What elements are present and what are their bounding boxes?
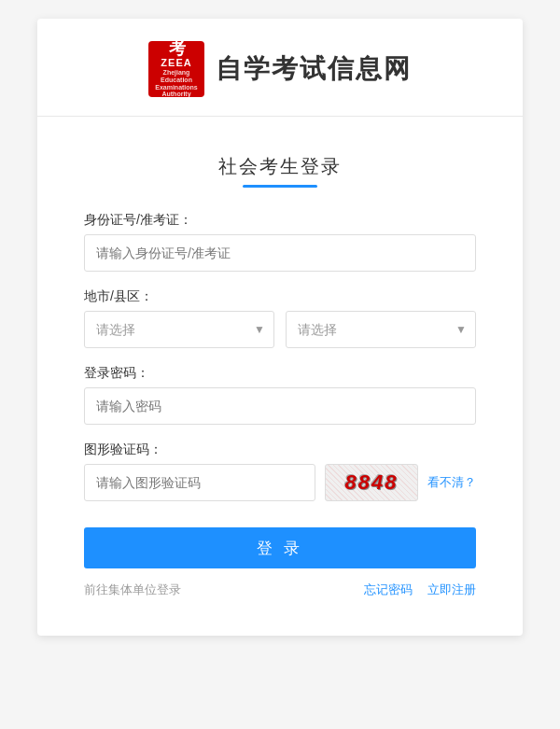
- city-select[interactable]: 请选择: [84, 311, 274, 348]
- captcha-input[interactable]: [84, 464, 315, 501]
- page-title: 社会考生登录: [84, 154, 476, 179]
- captcha-row: 8848 看不清？: [84, 464, 476, 501]
- right-links: 忘记密码 立即注册: [364, 582, 476, 598]
- city-select-wrap: 请选择 ▼: [84, 311, 274, 348]
- page-title-wrap: 社会考生登录: [84, 135, 476, 197]
- district-select[interactable]: 请选择: [286, 311, 476, 348]
- register-link[interactable]: 立即注册: [427, 582, 476, 598]
- page-title-underline: [243, 185, 317, 188]
- captcha-group: 图形验证码： 8848 看不清？: [84, 442, 476, 501]
- logo-subtitle: Zhejiang Education Examinations Authorit…: [148, 69, 204, 98]
- captcha-refresh-link[interactable]: 看不清？: [427, 474, 476, 491]
- login-button[interactable]: 登 录: [84, 527, 476, 568]
- region-selects: 请选择 ▼ 请选择 ▼: [84, 311, 476, 348]
- region-group: 地市/县区： 请选择 ▼ 请选择 ▼: [84, 288, 476, 348]
- group-login-link[interactable]: 前往集体单位登录: [84, 582, 181, 598]
- district-select-wrap: 请选择 ▼: [286, 311, 476, 348]
- captcha-label: 图形验证码：: [84, 442, 476, 458]
- captcha-image[interactable]: 8848: [325, 464, 418, 501]
- password-group: 登录密码：: [84, 365, 476, 425]
- region-label: 地市/县区：: [84, 288, 476, 305]
- captcha-input-wrap: [84, 464, 315, 501]
- captcha-value: 8848: [345, 470, 399, 495]
- logo-zeea: ZEEA: [161, 57, 191, 69]
- logo: 考 ZEEA Zhejiang Education Examinations A…: [148, 41, 204, 97]
- logo-kaozi-char: 考: [169, 40, 185, 57]
- id-label: 身份证号/准考证：: [84, 212, 476, 229]
- forgot-password-link[interactable]: 忘记密码: [364, 582, 413, 598]
- footer-links: 前往集体单位登录 忘记密码 立即注册: [84, 582, 476, 598]
- header: 考 ZEEA Zhejiang Education Examinations A…: [37, 19, 523, 116]
- id-group: 身份证号/准考证：: [84, 212, 476, 272]
- id-input[interactable]: [84, 234, 476, 272]
- password-input[interactable]: [84, 387, 476, 425]
- main-container: 考 ZEEA Zhejiang Education Examinations A…: [37, 19, 523, 636]
- password-label: 登录密码：: [84, 365, 476, 382]
- form-section: 社会考生登录 身份证号/准考证： 地市/县区： 请选择 ▼ 请选择: [37, 117, 523, 608]
- site-title: 自学考试信息网: [216, 51, 412, 87]
